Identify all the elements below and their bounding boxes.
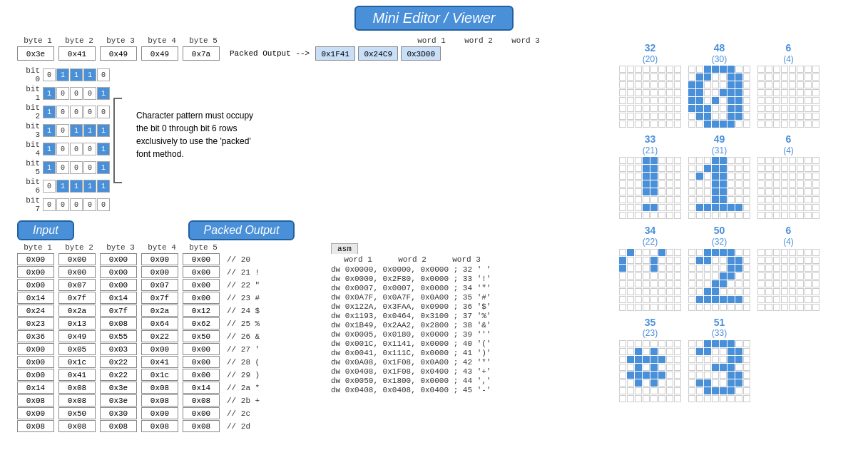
- byte-val-4[interactable]: 0x49: [141, 46, 178, 61]
- input-cell-r2-c2[interactable]: 0x00: [100, 279, 137, 291]
- input-cell-r6-c2[interactable]: 0x55: [100, 330, 137, 342]
- input-cell-r11-c1[interactable]: 0x08: [58, 394, 96, 407]
- input-cell-r10-c1[interactable]: 0x08: [58, 382, 96, 394]
- byte-val-1[interactable]: 0x3e: [17, 46, 54, 61]
- input-cell-r0-c1[interactable]: 0x00: [58, 253, 96, 265]
- bit-cell-r4-c2[interactable]: 0: [70, 143, 83, 155]
- input-cell-r10-c0[interactable]: 0x14: [17, 382, 54, 394]
- bit-cell-r3-c2[interactable]: 1: [70, 124, 83, 137]
- input-cell-r1-c1[interactable]: 0x00: [58, 266, 96, 278]
- bit-cell-r0-c0[interactable]: 0: [43, 68, 56, 81]
- bit-cell-r4-c4[interactable]: 1: [97, 143, 110, 155]
- input-cell-r6-c1[interactable]: 0x49: [58, 330, 96, 342]
- input-cell-r8-c2[interactable]: 0x22: [100, 356, 137, 368]
- bit-cell-r5-c0[interactable]: 1: [43, 161, 56, 174]
- input-cell-r13-c4[interactable]: 0x08: [183, 420, 220, 432]
- asm-tab[interactable]: asm: [331, 243, 358, 254]
- input-cell-r11-c0[interactable]: 0x08: [17, 394, 54, 407]
- input-cell-r9-c1[interactable]: 0x41: [58, 369, 96, 381]
- bit-cell-r2-c0[interactable]: 1: [43, 106, 56, 118]
- bit-cell-r5-c1[interactable]: 0: [56, 161, 69, 174]
- input-cell-r2-c3[interactable]: 0x07: [141, 279, 178, 291]
- input-cell-r9-c4[interactable]: 0x00: [183, 369, 220, 381]
- bit-cell-r6-c0[interactable]: 0: [43, 180, 56, 193]
- bit-cell-r2-c2[interactable]: 0: [70, 106, 83, 118]
- input-cell-r4-c1[interactable]: 0x2a: [58, 305, 96, 317]
- bit-cell-r6-c1[interactable]: 1: [56, 180, 69, 193]
- input-cell-r8-c1[interactable]: 0x1c: [58, 356, 96, 368]
- bit-cell-r3-c4[interactable]: 1: [97, 124, 110, 137]
- input-cell-r12-c2[interactable]: 0x30: [100, 407, 137, 419]
- bit-cell-r5-c3[interactable]: 0: [83, 161, 96, 174]
- input-cell-r0-c4[interactable]: 0x00: [183, 253, 220, 265]
- bit-cell-r1-c4[interactable]: 1: [97, 87, 110, 100]
- input-cell-r1-c0[interactable]: 0x00: [17, 266, 54, 278]
- bit-cell-r2-c4[interactable]: 0: [97, 106, 110, 118]
- input-cell-r1-c2[interactable]: 0x00: [100, 266, 137, 278]
- input-cell-r2-c4[interactable]: 0x00: [183, 279, 220, 291]
- input-cell-r5-c0[interactable]: 0x23: [17, 317, 54, 329]
- input-cell-r3-c0[interactable]: 0x14: [17, 292, 54, 304]
- bit-cell-r7-c3[interactable]: 0: [83, 198, 96, 211]
- input-cell-r5-c3[interactable]: 0x64: [141, 317, 178, 329]
- input-cell-r5-c1[interactable]: 0x13: [58, 317, 96, 329]
- input-cell-r4-c2[interactable]: 0x7f: [100, 305, 137, 317]
- bit-cell-r3-c3[interactable]: 1: [83, 124, 96, 137]
- bit-cell-r7-c4[interactable]: 0: [97, 198, 110, 211]
- input-cell-r1-c4[interactable]: 0x00: [183, 266, 220, 278]
- bit-cell-r5-c2[interactable]: 0: [70, 161, 83, 174]
- input-cell-r5-c2[interactable]: 0x08: [100, 317, 137, 329]
- input-cell-r2-c1[interactable]: 0x07: [58, 279, 96, 291]
- bit-cell-r4-c0[interactable]: 1: [43, 143, 56, 155]
- input-cell-r4-c0[interactable]: 0x24: [17, 305, 54, 317]
- bit-cell-r3-c0[interactable]: 1: [43, 124, 56, 137]
- input-cell-r8-c0[interactable]: 0x00: [17, 356, 54, 368]
- input-cell-r2-c0[interactable]: 0x00: [17, 279, 54, 291]
- input-cell-r12-c4[interactable]: 0x00: [183, 407, 220, 419]
- input-cell-r0-c2[interactable]: 0x00: [100, 253, 137, 265]
- bit-cell-r3-c1[interactable]: 0: [56, 124, 69, 137]
- bit-cell-r0-c2[interactable]: 1: [70, 68, 83, 81]
- bit-cell-r6-c4[interactable]: 1: [97, 180, 110, 193]
- byte-val-5[interactable]: 0x7a: [183, 46, 220, 61]
- input-cell-r7-c0[interactable]: 0x00: [17, 343, 54, 355]
- input-cell-r4-c4[interactable]: 0x12: [183, 305, 220, 317]
- input-cell-r10-c4[interactable]: 0x14: [183, 382, 220, 394]
- input-cell-r7-c2[interactable]: 0x03: [100, 343, 137, 355]
- input-cell-r0-c3[interactable]: 0x00: [141, 253, 178, 265]
- input-cell-r6-c4[interactable]: 0x50: [183, 330, 220, 342]
- bit-cell-r1-c3[interactable]: 0: [83, 87, 96, 100]
- input-cell-r3-c1[interactable]: 0x7f: [58, 292, 96, 304]
- bit-cell-r2-c3[interactable]: 0: [83, 106, 96, 118]
- bit-cell-r2-c1[interactable]: 0: [56, 106, 69, 118]
- bit-cell-r4-c3[interactable]: 0: [83, 143, 96, 155]
- input-cell-r9-c3[interactable]: 0x1c: [141, 369, 178, 381]
- bit-cell-r0-c4[interactable]: 0: [97, 68, 110, 81]
- bit-cell-r7-c0[interactable]: 0: [43, 198, 56, 211]
- bit-cell-r1-c0[interactable]: 1: [43, 87, 56, 100]
- input-cell-r3-c3[interactable]: 0x7f: [141, 292, 178, 304]
- bit-cell-r6-c3[interactable]: 1: [83, 180, 96, 193]
- input-cell-r13-c1[interactable]: 0x08: [58, 420, 96, 432]
- input-cell-r8-c3[interactable]: 0x41: [141, 356, 178, 368]
- input-cell-r11-c2[interactable]: 0x3e: [100, 394, 137, 407]
- input-cell-r12-c0[interactable]: 0x00: [17, 407, 54, 419]
- input-cell-r9-c0[interactable]: 0x00: [17, 369, 54, 381]
- input-cell-r1-c3[interactable]: 0x00: [141, 266, 178, 278]
- input-cell-r7-c1[interactable]: 0x05: [58, 343, 96, 355]
- bit-cell-r6-c2[interactable]: 1: [70, 180, 83, 193]
- input-cell-r10-c2[interactable]: 0x3e: [100, 382, 137, 394]
- byte-val-2[interactable]: 0x41: [58, 46, 96, 61]
- input-cell-r6-c3[interactable]: 0x22: [141, 330, 178, 342]
- input-cell-r7-c3[interactable]: 0x00: [141, 343, 178, 355]
- input-cell-r3-c2[interactable]: 0x14: [100, 292, 137, 304]
- bit-cell-r5-c4[interactable]: 1: [97, 161, 110, 174]
- input-cell-r9-c2[interactable]: 0x22: [100, 369, 137, 381]
- bit-cell-r7-c2[interactable]: 0: [70, 198, 83, 211]
- bit-cell-r1-c2[interactable]: 0: [70, 87, 83, 100]
- bit-cell-r4-c1[interactable]: 0: [56, 143, 69, 155]
- input-cell-r4-c3[interactable]: 0x2a: [141, 305, 178, 317]
- input-cell-r7-c4[interactable]: 0x00: [183, 343, 220, 355]
- input-cell-r11-c4[interactable]: 0x08: [183, 394, 220, 407]
- bit-cell-r0-c1[interactable]: 1: [56, 68, 69, 81]
